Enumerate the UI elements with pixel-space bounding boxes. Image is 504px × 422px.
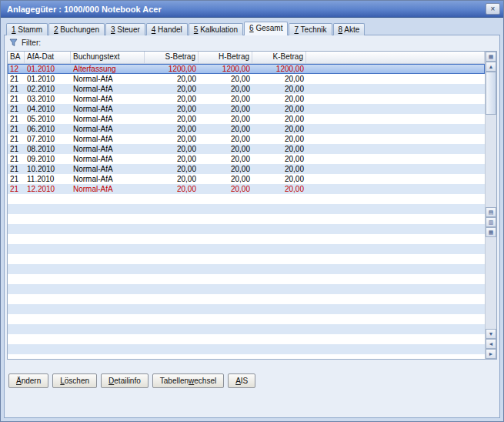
tab-handel[interactable]: 4 Handel: [146, 23, 188, 35]
detailinfo-button[interactable]: Detailinfo: [101, 373, 149, 388]
cell-k: 20,00: [252, 134, 306, 144]
scroll-up-button[interactable]: ▲: [486, 62, 496, 72]
cell-text: Normal-AfA: [71, 184, 145, 194]
cell-h: 20,00: [199, 164, 252, 174]
cell-date: 09.2010: [25, 154, 71, 164]
marker-button-1[interactable]: ▤: [486, 207, 496, 217]
aendern-button[interactable]: Ändern: [8, 373, 48, 388]
tab-label: Kalkulation: [198, 25, 238, 34]
tab-label: Steuer: [115, 25, 140, 34]
cell-ba: 12: [8, 64, 25, 74]
tab-stamm[interactable]: 1 Stamm: [6, 23, 48, 35]
cell-s: 20,00: [145, 164, 199, 174]
table-row[interactable]: 2104.2010Normal-AfA20,0020,0020,00: [8, 104, 485, 114]
cell-k: 20,00: [252, 184, 306, 194]
tabellenwechsel-button[interactable]: Tabellenwechsel: [152, 373, 224, 388]
cell-k: 20,00: [252, 174, 306, 184]
cell-text: Alterfassung: [71, 64, 145, 74]
tab-kalkulation[interactable]: 5 Kalkulation: [189, 23, 243, 35]
tab-strip: 1 Stamm2 Buchungen3 Steuer4 Handel5 Kalk…: [4, 21, 500, 35]
scroll-right-button[interactable]: ►: [486, 349, 496, 359]
column-header-filler[interactable]: [306, 52, 485, 63]
table-row[interactable]: 2102.2010Normal-AfA20,0020,0020,00: [8, 84, 485, 94]
cell-x: [306, 94, 485, 104]
cell-h: 1200,00: [199, 64, 252, 74]
cell-h: 20,00: [199, 94, 252, 104]
cell-h: 20,00: [199, 104, 252, 114]
tab-technik[interactable]: 7 Technik: [289, 23, 332, 35]
marker-button-2[interactable]: ▥: [486, 217, 496, 227]
scroll-left-button[interactable]: ◄: [486, 339, 496, 349]
cell-x: [306, 64, 485, 74]
cell-k: 20,00: [252, 164, 306, 174]
vertical-scrollbar[interactable]: ▦ ▲ ▤ ▥ ▦: [485, 52, 496, 359]
table-row[interactable]: 2111.2010Normal-AfA20,0020,0020,00: [8, 174, 485, 184]
cell-k: 20,00: [252, 94, 306, 104]
scroll-down-button[interactable]: ▼: [486, 329, 496, 339]
cell-date: 07.2010: [25, 134, 71, 144]
table-row[interactable]: 1201.2010Alterfassung1200,001200,001200,…: [8, 64, 485, 74]
cell-text: Normal-AfA: [71, 114, 145, 124]
scrollbar-track[interactable]: [486, 115, 496, 207]
arrow-up-icon: ▲: [489, 64, 494, 69]
cell-x: [306, 114, 485, 124]
cell-k: 20,00: [252, 154, 306, 164]
filter-bar: Filter:: [5, 35, 499, 49]
table-row[interactable]: 2109.2010Normal-AfA20,0020,0020,00: [8, 154, 485, 164]
cell-ba: 21: [8, 174, 25, 184]
tab-buchungen[interactable]: 2 Buchungen: [48, 23, 105, 35]
table-row[interactable]: 2107.2010Normal-AfA20,0020,0020,00: [8, 134, 485, 144]
cell-s: 20,00: [145, 184, 199, 194]
cell-date: 01.2010: [25, 64, 71, 74]
filter-icon[interactable]: [9, 39, 18, 47]
arrow-down-icon: ▼: [489, 331, 494, 337]
column-header-afa-dat[interactable]: AfA-Dat: [25, 52, 71, 63]
window-title: Anlagegüter : 1000/000 Notebook Acer: [7, 5, 486, 14]
column-header-h-betrag[interactable]: H-Betrag: [199, 52, 252, 63]
table-row[interactable]: 2105.2010Normal-AfA20,0020,0020,00: [8, 114, 485, 124]
column-options-button[interactable]: ▦: [486, 52, 496, 62]
close-icon: ×: [491, 5, 496, 13]
cell-ba: 21: [8, 114, 25, 124]
arrow-right-icon: ►: [489, 351, 494, 357]
tab-label: Stamm: [16, 25, 42, 34]
tab-steuer[interactable]: 3 Steuer: [105, 23, 145, 35]
cell-x: [306, 164, 485, 174]
table-row[interactable]: 2106.2010Normal-AfA20,0020,0020,00: [8, 124, 485, 134]
tab-gesamt[interactable]: 6 Gesamt: [244, 22, 288, 35]
grid-marker-icon: ▥: [489, 219, 494, 225]
titlebar[interactable]: Anlagegüter : 1000/000 Notebook Acer ×: [1, 1, 503, 18]
tab-label: Technik: [299, 25, 327, 34]
cell-k: 20,00: [252, 144, 306, 154]
cell-x: [306, 144, 485, 154]
cell-ba: 21: [8, 164, 25, 174]
cell-s: 20,00: [145, 94, 199, 104]
column-header-s-betrag[interactable]: S-Betrag: [145, 52, 199, 63]
scrollbar-track-lower[interactable]: [486, 237, 496, 330]
table-row[interactable]: 2103.2010Normal-AfA20,0020,0020,00: [8, 94, 485, 104]
tab-akte[interactable]: 8 Akte: [333, 23, 365, 35]
cell-h: 20,00: [199, 144, 252, 154]
marker-button-3[interactable]: ▦: [486, 227, 496, 237]
table-row[interactable]: 2110.2010Normal-AfA20,0020,0020,00: [8, 164, 485, 174]
cell-s: 20,00: [145, 74, 199, 84]
close-button[interactable]: ×: [486, 3, 500, 15]
cell-text: Normal-AfA: [71, 74, 145, 84]
cell-date: 06.2010: [25, 124, 71, 134]
column-header-ba[interactable]: BA: [8, 52, 25, 63]
table-row[interactable]: 2108.2010Normal-AfA20,0020,0020,00: [8, 144, 485, 154]
ais-button[interactable]: AIS: [228, 373, 255, 388]
cell-s: 20,00: [145, 84, 199, 94]
table-row[interactable]: 2112.2010Normal-AfA20,0020,0020,00: [8, 184, 485, 194]
table-row[interactable]: 2101.2010Normal-AfA20,0020,0020,00: [8, 74, 485, 84]
cell-h: 20,00: [199, 154, 252, 164]
cell-x: [306, 104, 485, 114]
column-header-k-betrag[interactable]: K-Betrag: [252, 52, 306, 63]
column-header-buchungstext[interactable]: Buchungstext: [71, 52, 145, 63]
cell-text: Normal-AfA: [71, 154, 145, 164]
loeschen-button[interactable]: Löschen: [52, 373, 97, 388]
arrow-left-icon: ◄: [489, 341, 494, 347]
scrollbar-thumb[interactable]: [486, 72, 496, 115]
table-grid: BAAfA-DatBuchungstextS-BetragH-BetragK-B…: [8, 52, 485, 359]
cell-ba: 21: [8, 84, 25, 94]
